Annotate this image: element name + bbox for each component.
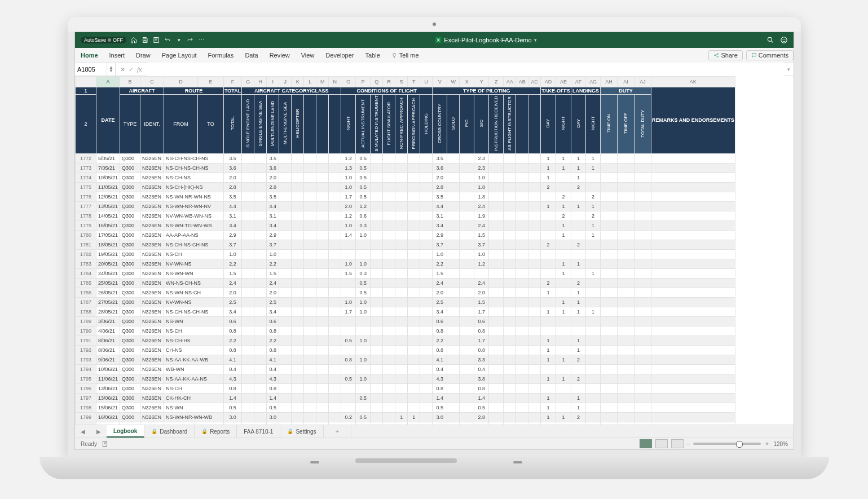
cell[interactable]	[516, 364, 528, 374]
cell[interactable]: 0.8	[474, 383, 489, 393]
cell[interactable]	[447, 249, 460, 259]
cell[interactable]	[528, 422, 541, 425]
cell[interactable]	[395, 201, 408, 211]
cell[interactable]	[254, 153, 267, 163]
cell[interactable]: NS-AA-KK-AA-WB	[164, 355, 224, 364]
row-header[interactable]: 1800	[76, 422, 96, 425]
cell[interactable]	[316, 259, 329, 268]
cell[interactable]	[460, 230, 474, 240]
cell[interactable]	[395, 288, 408, 297]
cell[interactable]	[504, 192, 516, 201]
view-normal-button[interactable]	[640, 439, 652, 448]
cell[interactable]	[504, 326, 516, 335]
cell[interactable]	[316, 345, 329, 355]
cell[interactable]: 0.5	[356, 173, 371, 182]
cell[interactable]: 1.0	[474, 249, 489, 259]
cell[interactable]	[489, 355, 504, 364]
cell[interactable]	[504, 173, 516, 182]
cell[interactable]: Q300	[120, 422, 140, 425]
cell[interactable]	[292, 393, 304, 403]
cell[interactable]	[556, 326, 571, 335]
cell[interactable]: 0.8	[341, 355, 356, 364]
cell[interactable]: 2.4	[433, 422, 447, 425]
cell[interactable]	[254, 422, 267, 425]
cell[interactable]	[242, 364, 254, 374]
cell[interactable]	[447, 403, 460, 412]
cell[interactable]	[528, 192, 541, 201]
cell[interactable]: 2.8	[267, 182, 279, 192]
cell[interactable]	[383, 307, 395, 316]
cell[interactable]	[254, 192, 267, 201]
cell[interactable]	[635, 220, 651, 230]
cell[interactable]: Q300	[120, 326, 140, 335]
cell[interactable]: 4.4	[224, 201, 242, 211]
cell[interactable]: 20/05/21	[96, 259, 120, 268]
cell[interactable]	[371, 326, 383, 335]
cell[interactable]	[371, 240, 383, 249]
cell[interactable]	[383, 383, 395, 393]
cell[interactable]	[383, 403, 395, 412]
cell[interactable]: 1.5	[341, 268, 356, 278]
cell[interactable]: 3/06/21	[96, 316, 120, 326]
cell[interactable]	[447, 383, 460, 393]
cell[interactable]	[316, 192, 329, 201]
cell[interactable]: 3.7	[224, 240, 242, 249]
cell[interactable]: N326EN	[140, 374, 164, 383]
cell[interactable]	[618, 364, 635, 374]
cell[interactable]: 1	[541, 173, 556, 182]
cell[interactable]: 0.5	[356, 278, 371, 288]
cell[interactable]	[541, 230, 556, 240]
cell[interactable]: NS-WN-NR-WN-NV	[164, 201, 224, 211]
cell[interactable]	[408, 220, 420, 230]
cell[interactable]	[460, 393, 474, 403]
cell[interactable]: NS-CH-NS-CH-NS	[164, 163, 224, 173]
cell[interactable]	[316, 153, 329, 163]
cell[interactable]	[618, 173, 635, 182]
cell[interactable]	[618, 326, 635, 335]
cell[interactable]	[528, 268, 541, 278]
cell[interactable]	[341, 240, 356, 249]
cell[interactable]: 4.3	[433, 374, 447, 383]
cell[interactable]	[571, 230, 586, 240]
cell[interactable]: 2.4	[267, 278, 279, 288]
cell[interactable]: 3.4	[224, 220, 242, 230]
cell[interactable]	[254, 393, 267, 403]
cell[interactable]	[460, 192, 474, 201]
cell[interactable]: N326EN	[140, 201, 164, 211]
formula-input[interactable]	[147, 63, 784, 76]
cell[interactable]	[304, 393, 316, 403]
formula-expand-icon[interactable]: ▾	[784, 67, 794, 72]
cell[interactable]: 1	[571, 288, 586, 297]
cell[interactable]: CK-HK-CH	[164, 393, 224, 403]
cell[interactable]	[571, 326, 586, 335]
cell[interactable]	[516, 182, 528, 192]
cell[interactable]	[460, 182, 474, 192]
ribbon-tab-draw[interactable]: Draw	[130, 48, 156, 63]
cell[interactable]	[447, 192, 460, 201]
cell[interactable]	[516, 326, 528, 335]
cell[interactable]	[329, 345, 341, 355]
cell[interactable]	[371, 345, 383, 355]
cell[interactable]	[279, 192, 292, 201]
cell[interactable]	[635, 364, 651, 374]
cell[interactable]	[304, 364, 316, 374]
cell[interactable]	[279, 211, 292, 220]
cell[interactable]	[420, 288, 433, 297]
cell[interactable]	[316, 412, 329, 422]
cell[interactable]	[329, 192, 341, 201]
cell[interactable]	[395, 345, 408, 355]
cell[interactable]: 4.1	[433, 355, 447, 364]
cell[interactable]: 3.7	[474, 240, 489, 249]
cell[interactable]: 0.8	[433, 383, 447, 393]
cell[interactable]	[447, 326, 460, 335]
cell[interactable]: 3.8	[474, 374, 489, 383]
cell[interactable]	[516, 316, 528, 326]
cell[interactable]	[489, 288, 504, 297]
cell[interactable]	[383, 201, 395, 211]
cell[interactable]: 1	[571, 201, 586, 211]
column-header[interactable]: S	[395, 77, 408, 87]
column-header[interactable]: I	[267, 77, 279, 87]
cell[interactable]	[635, 182, 651, 192]
cell[interactable]	[383, 374, 395, 383]
cell[interactable]	[504, 412, 516, 422]
